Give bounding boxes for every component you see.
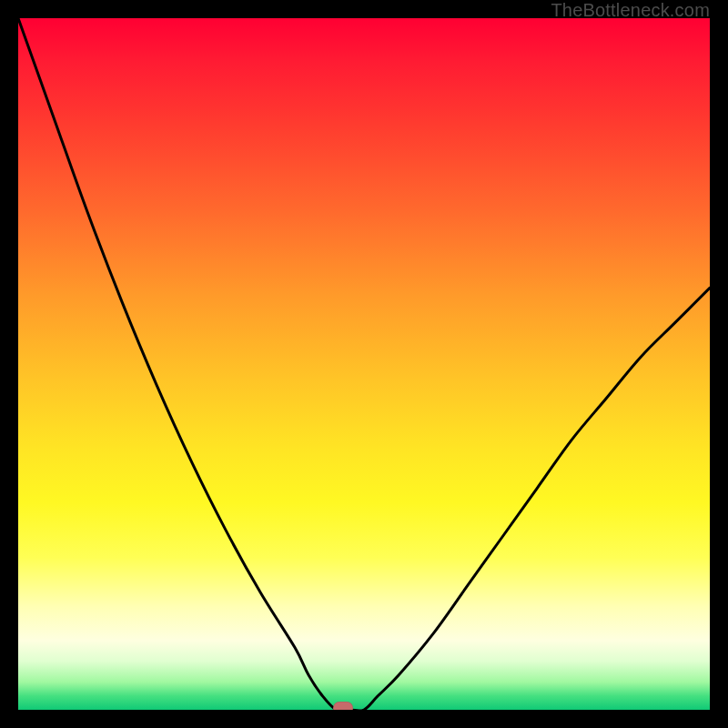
curve-path (18, 18, 710, 710)
optimal-point-marker (333, 702, 353, 710)
bottleneck-curve (18, 18, 710, 710)
chart-container: TheBottleneck.com (0, 0, 728, 728)
plot-area (18, 18, 710, 710)
